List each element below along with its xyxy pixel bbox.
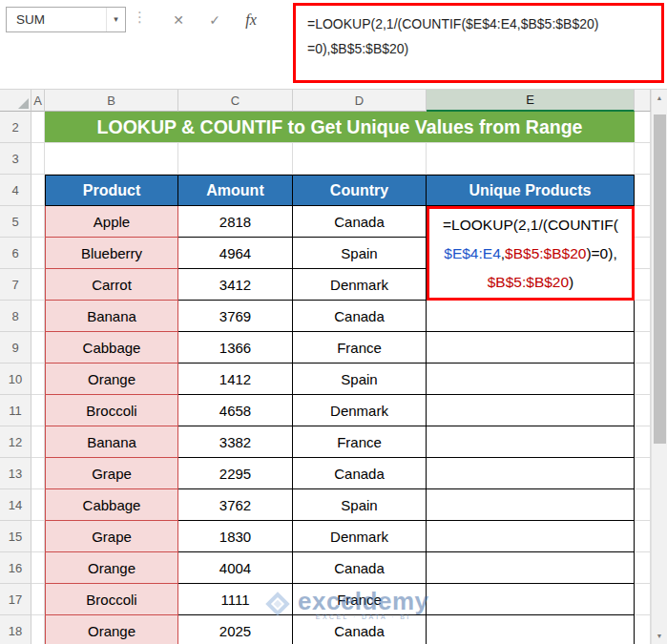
cell-A10[interactable]	[31, 364, 45, 395]
formula-input[interactable]: =LOOKUP(2,1/(COUNTIF($E$4:E4,$B$5:$B$20)…	[293, 3, 664, 83]
row-header-12[interactable]: 12	[0, 426, 31, 458]
cell-A4[interactable]	[31, 175, 45, 206]
scrollbar-thumb[interactable]	[654, 114, 666, 444]
row-header-16[interactable]: 16	[0, 552, 31, 584]
product-cell-B5[interactable]: Apple	[45, 206, 178, 238]
cell-A13[interactable]	[31, 458, 45, 489]
cell-A7[interactable]	[31, 269, 45, 301]
unique-cell-E12[interactable]	[427, 426, 635, 458]
amount-cell-C9[interactable]: 1366	[178, 332, 293, 364]
cell-A2[interactable]	[31, 112, 45, 143]
product-cell-B15[interactable]: Grape	[45, 521, 178, 552]
unique-cell-E9[interactable]	[427, 332, 635, 364]
row-header-4[interactable]: 4	[0, 175, 31, 206]
vertical-scrollbar[interactable]: ▲ ▼	[651, 90, 667, 644]
cancel-button[interactable]: ✕	[160, 12, 197, 28]
amount-cell-C18[interactable]: 2025	[178, 615, 293, 644]
cell-A17[interactable]	[31, 584, 45, 615]
cell-A9[interactable]	[31, 332, 45, 364]
cell-partial-10[interactable]	[635, 364, 651, 395]
cell-A12[interactable]	[31, 426, 45, 458]
enter-button[interactable]: ✓	[197, 12, 233, 28]
cell-A14[interactable]	[31, 489, 45, 521]
cell-partial-9[interactable]	[635, 332, 651, 364]
cell-partial-2[interactable]	[635, 112, 651, 143]
cell-partial-6[interactable]	[635, 238, 651, 269]
row-header-14[interactable]: 14	[0, 489, 31, 521]
product-cell-B12[interactable]: Banana	[45, 426, 178, 458]
product-cell-B8[interactable]: Banana	[45, 301, 178, 332]
row-header-2[interactable]: 2	[0, 112, 31, 143]
product-cell-B16[interactable]: Orange	[45, 552, 178, 584]
amount-cell-C11[interactable]: 4658	[178, 395, 293, 426]
row-header-10[interactable]: 10	[0, 364, 31, 395]
column-header-A[interactable]: A	[31, 90, 45, 112]
insert-function-button[interactable]: fx	[233, 11, 269, 29]
country-cell-D11[interactable]: Denmark	[293, 395, 427, 426]
row-header-8[interactable]: 8	[0, 301, 31, 332]
table-header-product[interactable]: Product	[45, 175, 178, 206]
unique-cell-E17[interactable]	[427, 584, 635, 615]
product-cell-B10[interactable]: Orange	[45, 364, 178, 395]
row-header-5[interactable]: 5	[0, 206, 31, 238]
unique-cell-E15[interactable]	[427, 521, 635, 552]
cell-partial-12[interactable]	[635, 426, 651, 458]
amount-cell-C6[interactable]: 4964	[178, 238, 293, 269]
row-header-6[interactable]: 6	[0, 238, 31, 269]
unique-cell-E18[interactable]	[427, 615, 635, 644]
cell-partial-14[interactable]	[635, 489, 651, 521]
name-box-dropdown-icon[interactable]: ▾	[106, 8, 125, 31]
select-all-corner[interactable]	[0, 90, 31, 112]
country-cell-D10[interactable]: Spain	[293, 364, 427, 395]
country-cell-D13[interactable]: Canada	[293, 458, 427, 489]
cell-A11[interactable]	[31, 395, 45, 426]
amount-cell-C10[interactable]: 1412	[178, 364, 293, 395]
cell-partial-16[interactable]	[635, 552, 651, 584]
row-header-7[interactable]: 7	[0, 269, 31, 301]
cell-partial-11[interactable]	[635, 395, 651, 426]
row-header-17[interactable]: 17	[0, 584, 31, 615]
country-cell-D8[interactable]: Canada	[293, 301, 427, 332]
cell-partial-5[interactable]	[635, 206, 651, 238]
product-cell-B6[interactable]: Blueberry	[45, 238, 178, 269]
column-header-C[interactable]: C	[178, 90, 293, 112]
table-header-country[interactable]: Country	[293, 175, 427, 206]
product-cell-B7[interactable]: Carrot	[45, 269, 178, 301]
name-box[interactable]: SUM ▾	[6, 7, 126, 32]
country-cell-D18[interactable]: Canada	[293, 615, 427, 644]
unique-cell-E11[interactable]	[427, 395, 635, 426]
title-banner[interactable]: LOOKUP & COUNTIF to Get Unique Values fr…	[45, 112, 635, 143]
cell-partial-8[interactable]	[635, 301, 651, 332]
cell-A15[interactable]	[31, 521, 45, 552]
table-header-amount[interactable]: Amount	[178, 175, 293, 206]
amount-cell-C14[interactable]: 3762	[178, 489, 293, 521]
unique-cell-E14[interactable]	[427, 489, 635, 521]
product-cell-B14[interactable]: Cabbage	[45, 489, 178, 521]
unique-cell-E16[interactable]	[427, 552, 635, 584]
row-header-3[interactable]: 3	[0, 143, 31, 175]
country-cell-D12[interactable]: France	[293, 426, 427, 458]
cell-partial-17[interactable]	[635, 584, 651, 615]
column-header-E[interactable]: E	[427, 90, 635, 112]
row-header-18[interactable]: 18	[0, 615, 31, 644]
country-cell-D15[interactable]: Denmark	[293, 521, 427, 552]
cell-A18[interactable]	[31, 615, 45, 644]
table-header-unique-products[interactable]: Unique Products	[427, 175, 635, 206]
country-cell-D14[interactable]: Spain	[293, 489, 427, 521]
country-cell-D9[interactable]: France	[293, 332, 427, 364]
cell-A8[interactable]	[31, 301, 45, 332]
product-cell-B13[interactable]: Grape	[45, 458, 178, 489]
amount-cell-C12[interactable]: 3382	[178, 426, 293, 458]
country-cell-D7[interactable]: Denmark	[293, 269, 427, 301]
cell-A16[interactable]	[31, 552, 45, 584]
amount-cell-C15[interactable]: 1830	[178, 521, 293, 552]
scroll-up-button[interactable]: ▲	[652, 90, 667, 106]
country-cell-D16[interactable]: Canada	[293, 552, 427, 584]
column-header-partial[interactable]	[635, 90, 651, 112]
row-header-11[interactable]: 11	[0, 395, 31, 426]
cell-A6[interactable]	[31, 238, 45, 269]
unique-cell-E8[interactable]	[427, 301, 635, 332]
amount-cell-C16[interactable]: 4004	[178, 552, 293, 584]
amount-cell-C13[interactable]: 2295	[178, 458, 293, 489]
cell-partial-3[interactable]	[635, 143, 651, 175]
